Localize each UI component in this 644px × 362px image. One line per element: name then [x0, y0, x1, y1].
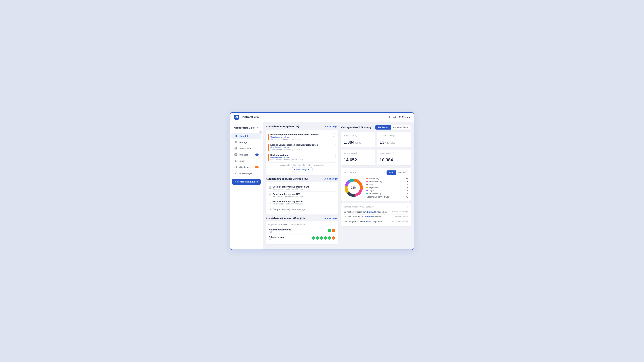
- top-nav: ContractHero R. Ross ▾: [230, 113, 414, 122]
- task-title-1: Lösung von rechtlichen Vertragsstreitigk…: [270, 144, 331, 146]
- zahl-button[interactable]: Zahl: [386, 170, 396, 175]
- sig-info-text: Abgerechnet: 15. Dez • FES: 28 • QES: 20: [268, 224, 304, 226]
- task-item-2: Risikobewertung Dienstleistungsvertrag L…: [268, 152, 336, 163]
- sig-name-area-1: Arbeitsvertrag FES: [269, 236, 310, 240]
- sig-checks-0: ✓ ✓: [328, 229, 335, 232]
- stat-esignatur-label: E-SIGNATUR ⓘ: [380, 134, 408, 137]
- task-content-0: Bewertung der Einhaltung rechtlicher Ver…: [270, 133, 331, 140]
- activity-link-0[interactable]: Einkauf: [367, 211, 375, 213]
- task-checkbox-1[interactable]: [332, 144, 336, 147]
- nav-item-export[interactable]: Export: [232, 158, 261, 164]
- contract-name-0: Gesellschaftervertrag (Deutschland): [272, 186, 310, 188]
- sig-checks-1: ✓ ✓ ✓ ✓ ✓ ✓: [312, 236, 335, 240]
- legend-dot-3: [366, 187, 368, 188]
- nav-item-einstellungen[interactable]: Einstellungen: [232, 170, 261, 176]
- nav-item-adressbuch[interactable]: Adressbuch: [232, 146, 261, 151]
- activity-card: NEUSTE AKTIVITÄTEN DER APP › Du hast ein…: [341, 203, 411, 226]
- aktuelles-team-button[interactable]: Aktuelles Team: [391, 125, 411, 130]
- legend-total-value: 42: [406, 196, 408, 198]
- contract-name-2: Gesellschaftervertrag (DACH): [272, 200, 304, 203]
- sig-info: Abgerechnet: 15. Dez • FES: 28 • QES: 20: [268, 224, 336, 226]
- task-checkbox-2[interactable]: [332, 154, 336, 157]
- categories-body: 21% HR-Vertrag 12 Servicevertrag: [344, 177, 408, 198]
- nav-label-einstellungen: Einstellungen: [239, 172, 252, 175]
- activity-after-0: hinzugefügt.: [375, 211, 387, 213]
- legend-dot-0: [366, 178, 368, 179]
- tasks-link[interactable]: Alle anzeigen: [324, 125, 338, 128]
- add-contract-button[interactable]: + Verträge hinzufügen: [232, 179, 260, 185]
- aufgaben-icon: [234, 153, 237, 156]
- new-task-button[interactable]: + Neue Aufgabe: [292, 167, 312, 172]
- donut-chart: 21%: [344, 178, 364, 198]
- ausgaben-info-icon: ⓘ: [355, 152, 358, 155]
- legend-dot-1: [366, 181, 368, 182]
- task-sub-1: Gesellschaftervertrag: [270, 146, 331, 148]
- add-task-hint: Aufgabe hinzufügen, um die Fristen zu ve…: [268, 164, 336, 166]
- nav-item-uebersicht[interactable]: Übersicht: [232, 133, 261, 139]
- activity-text-0: Du hast ein Mitglied zum Einkauf hinzuge…: [344, 211, 390, 214]
- right-panel: Vertragsdaten & Nutzung Alle Teams Aktue…: [341, 122, 414, 250]
- donut-label: 21%: [351, 186, 356, 189]
- workspace-selector[interactable]: ContractHero GmbH ▾: [232, 125, 261, 131]
- workspace-chevron-icon: ▾: [258, 127, 258, 129]
- task-bar-0: [268, 134, 269, 140]
- task-sub-2: Dienstleistungsvertrag: [270, 156, 331, 158]
- sig-name-0: Krankenversicherung: [269, 228, 326, 231]
- recent-title: Kürzlich hinzugefügte Verträge (88): [266, 177, 308, 180]
- nav-label-adressbuch: Adressbuch: [239, 147, 251, 150]
- sidebar: ContractHero GmbH ▾ « Übersicht Verträge: [230, 122, 263, 250]
- stat-esignatur: E-SIGNATUR ⓘ 13 / 20 (QES): [377, 132, 411, 147]
- nav-item-vertraege[interactable]: Verträge: [232, 139, 261, 145]
- task-meta-0: Julia Becker • Erinnerung am Fr 2. Jan.: [270, 138, 331, 140]
- legend-label-3: Allgemein: [369, 186, 378, 189]
- stat-ausgaben: AUSGABEN ⓘ 14.652 €: [341, 149, 375, 165]
- sig-check-orange-0: ✓: [332, 229, 335, 232]
- activity-header: NEUSTE AKTIVITÄTEN DER APP ›: [344, 205, 408, 208]
- nav-item-mitteilungen[interactable]: Mitteilungen 1: [232, 164, 261, 170]
- contract-info-1: Gesellschaftervertrag (US) Hauptvertrag …: [272, 193, 303, 197]
- task-content-2: Risikobewertung Dienstleistungsvertrag L…: [270, 154, 331, 161]
- signatures-link[interactable]: Alle anzeigen: [324, 217, 338, 220]
- stat-vertraege: VERTRÄGE ⓘ 1.384 /2000: [341, 132, 375, 147]
- activity-link-2[interactable]: Team: [366, 220, 371, 223]
- prozent-button[interactable]: Prozent: [396, 170, 408, 175]
- bell-button[interactable]: [393, 116, 396, 118]
- add-task-area: Aufgabe hinzufügen, um die Fristen zu ve…: [268, 163, 336, 173]
- svg-rect-2: [236, 135, 237, 136]
- svg-rect-8: [234, 148, 235, 148]
- user-menu[interactable]: R. Ross ▾: [399, 116, 410, 118]
- activity-time-0: Gerade • 1 min ago: [392, 211, 408, 213]
- contract-icon-1: [269, 194, 271, 197]
- contract-icon-2: [269, 201, 271, 204]
- legend-dot-5: [366, 193, 368, 194]
- contract-action[interactable]: Überprüfung analysierter Verträge ›: [268, 207, 336, 212]
- einstellungen-icon: [234, 172, 237, 175]
- activity-chevron-icon[interactable]: ›: [407, 205, 408, 208]
- alle-teams-button[interactable]: Alle Teams: [375, 125, 391, 130]
- new-task-label: + Neue Aufgabe: [294, 168, 310, 171]
- activity-link-1[interactable]: Betrieb: [364, 216, 372, 218]
- nav-label-aufgaben: Aufgaben: [239, 153, 248, 156]
- uebersicht-icon: [234, 135, 237, 138]
- sig-check-g2: ✓: [316, 236, 319, 240]
- left-panel: Ausstehende Aufgaben (38) Alle anzeigen …: [263, 122, 341, 250]
- contract-item-2[interactable]: Gesellschaftervertrag (DACH) Hauptvertra…: [268, 199, 336, 206]
- task-checkbox-0[interactable]: [332, 133, 336, 137]
- recent-link[interactable]: Alle anzeigen: [324, 177, 338, 180]
- task-item-0: Bewertung der Einhaltung rechtlicher Ver…: [268, 132, 336, 142]
- right-title: Vertragsdaten & Nutzung: [341, 126, 375, 129]
- nav-actions: R. Ross ▾: [388, 116, 410, 118]
- search-button[interactable]: [388, 116, 390, 118]
- signatures-title: Ausstehende Unterschriften (12): [266, 217, 305, 220]
- workspace-name: ContractHero GmbH: [234, 126, 256, 129]
- nav-item-aufgaben[interactable]: Aufgaben 3: [232, 152, 261, 158]
- contract-item-1[interactable]: Gesellschaftervertrag (US) Hauptvertrag …: [268, 192, 336, 199]
- legend-count-4: 5: [407, 189, 408, 192]
- einnahmen-info-icon: ⓘ: [392, 152, 394, 155]
- contract-item-0[interactable]: Gesellschaftervertrag (Deutschland) Haup…: [268, 184, 336, 192]
- contract-sub-1: Hauptvertrag • Heute • vor 3 Minuten: [272, 195, 303, 197]
- legend-count-0: 12: [406, 177, 408, 180]
- adressbuch-icon: [234, 147, 237, 150]
- nav-label-export: Export: [239, 160, 245, 162]
- legend-dot-2: [366, 184, 368, 185]
